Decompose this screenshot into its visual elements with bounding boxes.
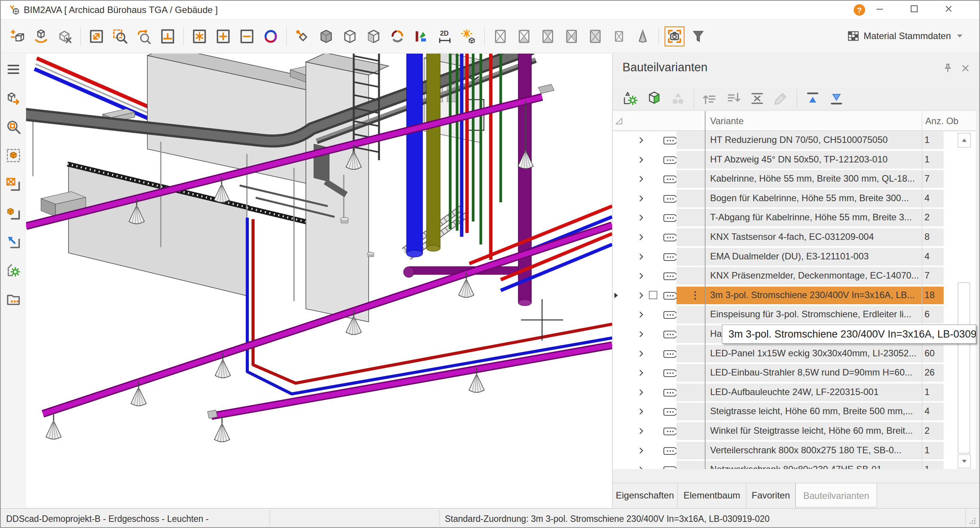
view-filter-5-button[interactable]: [585, 26, 605, 46]
resize-grip-icon[interactable]: [969, 518, 975, 524]
view-filter-4-button[interactable]: [562, 26, 581, 46]
outdent-button[interactable]: [700, 89, 719, 108]
expander-icon[interactable]: [637, 349, 646, 358]
view-filter-2-button[interactable]: [514, 26, 534, 46]
material-masterdata-dropdown[interactable]: Material Stammdaten: [847, 20, 962, 52]
orbit-model-button[interactable]: [31, 26, 51, 46]
maximize-button[interactable]: [903, 1, 926, 18]
zoom-previous-button[interactable]: [134, 26, 154, 46]
model-settings-button[interactable]: [4, 261, 23, 280]
fit-view-button[interactable]: [4, 232, 23, 251]
screenshot-button[interactable]: [665, 26, 684, 46]
expander-icon[interactable]: [637, 465, 646, 469]
expander-icon[interactable]: [637, 271, 646, 280]
expander-icon[interactable]: [637, 330, 646, 339]
viewport-3d[interactable]: [26, 54, 612, 507]
pie-evaluation-button[interactable]: [387, 26, 407, 46]
zoom-in-button[interactable]: [213, 26, 233, 46]
help-button[interactable]: ?: [854, 4, 865, 16]
table-row[interactable]: ⋮ LED-Aufbauleuchte 24W, LF-220315-001 1: [613, 384, 976, 401]
row-background[interactable]: ⋮ LED-Panel 1x15W eckig 30x30x40mm, LI-2…: [676, 345, 944, 362]
row-background[interactable]: ⋮ EMA Dualmelder (DU), E3-121101-003 4: [676, 248, 944, 266]
tab-eigenschaften[interactable]: Eigenschaften: [612, 483, 678, 507]
expander-icon[interactable]: [637, 194, 646, 203]
row-background[interactable]: ⋮ Bogen für Kabelrinne, Höhe 55 mm, Brei…: [676, 190, 944, 207]
titlebar[interactable]: BIM2AVA [ Archicad Bürohaus TGA / Gebäud…: [1, 1, 979, 20]
display-wireframe-button[interactable]: [340, 26, 360, 46]
expander-icon[interactable]: [637, 174, 646, 184]
vscroll-thumb[interactable]: [958, 282, 970, 453]
tab-bauteilvarianten[interactable]: Bauteilvarianten: [795, 483, 877, 507]
table-row[interactable]: ⋮ KNX Präsenzmelder, Deckenmontage, EC-1…: [613, 267, 976, 285]
row-background[interactable]: ⋮ Netzwerkschrank 80x80x230 47HE SB-01 1: [676, 461, 944, 469]
import-model-button[interactable]: [7, 26, 27, 46]
scroll-bottom-button[interactable]: [827, 89, 846, 108]
view-filter-1-button[interactable]: [490, 26, 510, 46]
row-background[interactable]: ⋮ KNX Tastsensor 4-fach, EC-031209-004 8: [676, 228, 944, 246]
row-checkbox[interactable]: [649, 291, 657, 299]
row-background[interactable]: ⋮ HT Abzweig 45° DN 50x50, TP-121203-010…: [676, 151, 944, 169]
shapes-button[interactable]: [668, 89, 688, 108]
menu-button[interactable]: [4, 60, 23, 79]
table-row[interactable]: ⋮ HT Reduzierung DN 70/50, CH5100075050 …: [613, 131, 976, 149]
row-background[interactable]: ⋮ Einspeisung für 3-pol. Stromschiene, E…: [676, 306, 944, 323]
table-row[interactable]: ⋮ 3m 3-pol. Stromschiene 230/400V In=3x1…: [613, 287, 976, 304]
table-row[interactable]: ⋮ KNX Tastsensor 4-fach, EC-031209-004 8: [613, 228, 976, 246]
hide-model-button[interactable]: [55, 26, 75, 46]
origin-axes-button[interactable]: [158, 26, 178, 46]
kebab-icon[interactable]: ⋮: [690, 289, 700, 301]
display-solid-button[interactable]: [316, 26, 336, 46]
row-background[interactable]: ⋮ KNX Präsenzmelder, Deckenmontage, EC-1…: [676, 267, 944, 285]
table-row[interactable]: ⋮ Kabelrinne, Höhe 55 mm, Breite 300 mm,…: [613, 170, 976, 188]
row-background[interactable]: ⋮ HT Reduzierung DN 70/50, CH5100075050 …: [676, 131, 944, 149]
expander-icon[interactable]: [637, 368, 646, 377]
expander-icon[interactable]: [637, 155, 646, 164]
table-row[interactable]: ⋮ HT Abzweig 45° DN 50x50, TP-121203-010…: [613, 151, 976, 169]
row-background[interactable]: ⋮ Steigtrasse leicht, Höhe 60 mm, Breite…: [676, 403, 944, 420]
expander-icon[interactable]: [637, 426, 646, 436]
zoom-window-button[interactable]: [110, 26, 130, 46]
row-background[interactable]: ⋮ Winkel für Steigtrasse leicht, Höhe 60…: [676, 422, 944, 440]
show-all-button[interactable]: [189, 26, 209, 46]
panel-close-button[interactable]: [960, 63, 971, 74]
table-row[interactable]: ⋮ Verteilerschrank 800x 800x275 180 TE, …: [613, 442, 976, 459]
expander-icon[interactable]: [637, 388, 646, 397]
light-model-button[interactable]: [459, 26, 479, 46]
scroll-down-button[interactable]: [958, 454, 971, 468]
expander-icon[interactable]: [637, 446, 646, 455]
color-wheel-button[interactable]: [261, 26, 281, 46]
table-row[interactable]: ⋮ LED-Einbau-Strahler 8,5W rund D=90mm H…: [613, 364, 976, 382]
view-filter-3-button[interactable]: [538, 26, 558, 46]
row-background[interactable]: ⋮ 3m 3-pol. Stromschiene 230/400V In=3x1…: [676, 287, 944, 304]
table-row[interactable]: ⋮ Bogen für Kabelrinne, Höhe 55 mm, Brei…: [613, 190, 976, 207]
statistics-button[interactable]: [411, 26, 431, 46]
expander-icon[interactable]: [637, 291, 646, 300]
zoom-selection-button[interactable]: [4, 117, 23, 136]
display-hidden-line-button[interactable]: [364, 26, 384, 46]
expander-icon[interactable]: [637, 310, 646, 319]
project-folder-button[interactable]: [4, 290, 23, 309]
tab-elementbaum[interactable]: Elementbaum: [678, 483, 746, 507]
row-background[interactable]: ⋮ LED-Einbau-Strahler 8,5W rund D=90mm H…: [676, 364, 944, 382]
row-background[interactable]: ⋮ LED-Aufbauleuchte 24W, LF-220315-001 1: [676, 384, 944, 401]
row-background[interactable]: ⋮ T-Abgang für Kabelrinne, Höhe 55 mm, B…: [676, 209, 944, 226]
dimension-2d-button[interactable]: 2D: [435, 26, 455, 46]
deselect-region-button[interactable]: [4, 175, 23, 194]
table-row[interactable]: ⋮ Einspeisung für 3-pol. Stromschiene, E…: [613, 306, 976, 323]
snap-settings-button[interactable]: [292, 26, 312, 46]
table-row[interactable]: ⋮ EMA Dualmelder (DU), E3-121101-003 4: [613, 248, 976, 266]
expander-icon[interactable]: [637, 233, 646, 242]
close-button[interactable]: [937, 1, 960, 18]
select-region-button[interactable]: [4, 203, 23, 223]
indent-button[interactable]: [724, 89, 743, 108]
table-row[interactable]: ⋮ T-Abgang für Kabelrinne, Höhe 55 mm, B…: [613, 209, 976, 226]
select-box-button[interactable]: [4, 146, 23, 165]
row-background[interactable]: ⋮ Verteilerschrank 800x 800x275 180 TE, …: [676, 442, 944, 459]
expander-icon[interactable]: [637, 213, 646, 222]
cone-view-button[interactable]: [633, 26, 653, 46]
collapse-all-button[interactable]: [748, 89, 767, 108]
minimize-button[interactable]: [868, 1, 891, 18]
expander-icon[interactable]: [637, 136, 646, 145]
table-row[interactable]: ⋮ Steigtrasse leicht, Höhe 60 mm, Breite…: [613, 403, 976, 420]
scroll-up-button[interactable]: [958, 133, 971, 148]
